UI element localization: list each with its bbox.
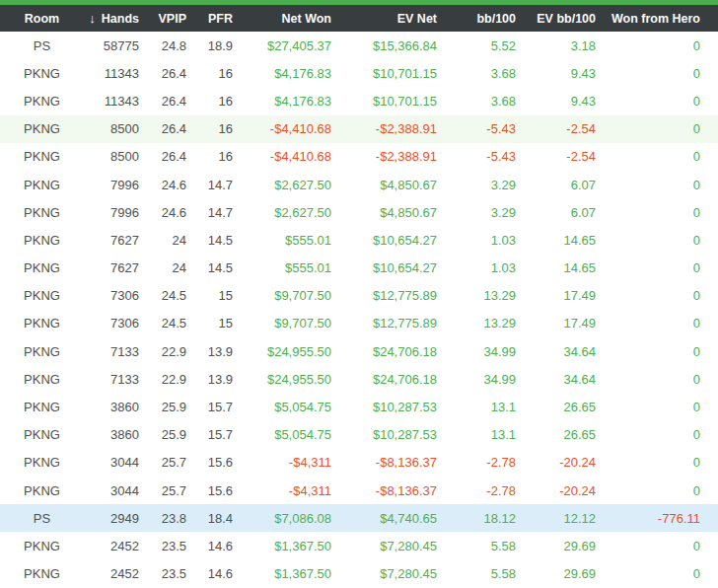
cell-net-won: $2,627.50 — [240, 205, 338, 220]
cell-room: PKNG — [0, 344, 84, 359]
cell-pfr: 14.5 — [193, 260, 240, 275]
cell-hands: 3860 — [84, 427, 146, 442]
cell-vpip: 23.8 — [146, 511, 193, 526]
table-row[interactable]: PKNG799624.614.7$2,627.50$4,850.673.296.… — [0, 171, 718, 198]
cell-ev-bb-100: -2.54 — [523, 121, 603, 136]
table-row[interactable]: PKNG386025.915.7$5,054.75$10,287.5313.12… — [0, 393, 718, 420]
cell-room: PKNG — [0, 400, 84, 414]
cell-won-from-hero: 0 — [603, 288, 718, 303]
cell-hands: 8500 — [84, 149, 146, 164]
table-row[interactable]: PKNG850026.416-$4,410.68-$2,388.91-5.43-… — [0, 115, 718, 143]
cell-hands: 7306 — [84, 288, 146, 303]
cell-ev-bb-100: 17.49 — [523, 288, 603, 303]
cell-ev-net: $10,287.53 — [338, 427, 444, 442]
cell-vpip: 24.5 — [146, 316, 193, 331]
cell-pfr: 15.7 — [193, 427, 240, 442]
cell-ev-bb-100: 6.07 — [523, 205, 603, 220]
table-row[interactable]: PKNG386025.915.7$5,054.75$10,287.5313.12… — [0, 421, 718, 449]
column-header-room[interactable]: Room — [0, 12, 84, 26]
table-row[interactable]: PKNG799624.614.7$2,627.50$4,850.673.296.… — [0, 198, 718, 226]
table-row[interactable]: PKNG245223.514.6$1,367.50$7,280.455.5829… — [0, 560, 718, 588]
cell-ev-net: $12,775.89 — [338, 288, 444, 303]
column-header-ev-net[interactable]: EV Net — [338, 12, 444, 26]
cell-bb-100: 5.58 — [444, 539, 523, 553]
cell-ev-net: $24,706.18 — [338, 344, 444, 359]
cell-net-won: $555.01 — [240, 233, 338, 248]
table-row[interactable]: PKNG304425.715.6-$4,311-$8,136.37-2.78-2… — [0, 477, 718, 504]
table-row[interactable]: PS5877524.818.9$27,405.37$15,366.845.523… — [0, 32, 718, 59]
cell-room: PS — [0, 38, 84, 53]
cell-won-from-hero: -776.11 — [603, 511, 718, 526]
cell-bb-100: 3.29 — [444, 205, 523, 220]
table-row[interactable]: PKNG713322.913.9$24,955.50$24,706.1834.9… — [0, 365, 718, 393]
cell-ev-net: $10,701.15 — [338, 94, 444, 109]
cell-won-from-hero: 0 — [603, 66, 718, 81]
cell-room: PKNG — [0, 94, 84, 109]
cell-room: PKNG — [0, 66, 84, 81]
cell-room: PKNG — [0, 455, 84, 470]
cell-hands: 3044 — [84, 455, 146, 470]
table-row[interactable]: PKNG850026.416-$4,410.68-$2,388.91-5.43-… — [0, 143, 718, 171]
cell-bb-100: 34.99 — [444, 372, 523, 387]
cell-bb-100: 13.1 — [444, 400, 523, 414]
cell-pfr: 14.6 — [193, 566, 240, 581]
table-row[interactable]: PKNG713322.913.9$24,955.50$24,706.1834.9… — [0, 337, 718, 365]
cell-net-won: $555.01 — [240, 260, 338, 275]
cell-pfr: 15 — [193, 316, 240, 331]
cell-room: PKNG — [0, 233, 84, 248]
cell-vpip: 25.9 — [146, 400, 193, 414]
cell-won-from-hero: 0 — [603, 149, 718, 164]
table-row[interactable]: PS294923.818.4$7,086.08$4,740.6518.1212.… — [0, 504, 718, 532]
cell-ev-bb-100: 12.12 — [523, 511, 603, 526]
column-header-hands[interactable]: ↓Hands — [84, 11, 146, 26]
cell-bb-100: -2.78 — [444, 455, 523, 470]
table-row[interactable]: PKNG76272414.5$555.01$10,654.271.0314.65… — [0, 255, 718, 282]
table-row[interactable]: PKNG730624.515$9,707.50$12,775.8913.2917… — [0, 310, 718, 337]
cell-hands: 7627 — [84, 233, 146, 248]
cell-bb-100: 18.12 — [444, 511, 523, 526]
table-body: PS5877524.818.9$27,405.37$15,366.845.523… — [0, 32, 718, 588]
cell-ev-net: $7,280.45 — [338, 566, 444, 581]
column-header-pfr[interactable]: PFR — [193, 12, 240, 26]
column-header-ev-bb-100[interactable]: EV bb/100 — [523, 12, 603, 26]
cell-net-won: $7,086.08 — [240, 511, 338, 526]
cell-bb-100: 3.68 — [444, 66, 523, 81]
cell-ev-bb-100: -2.54 — [523, 149, 603, 164]
cell-ev-net: $4,850.67 — [338, 205, 444, 220]
cell-room: PKNG — [0, 288, 84, 303]
cell-ev-bb-100: 34.64 — [523, 344, 603, 359]
cell-hands: 7627 — [84, 260, 146, 275]
cell-net-won: -$4,311 — [240, 455, 338, 470]
table-row[interactable]: PKNG1134326.416$4,176.83$10,701.153.689.… — [0, 87, 718, 114]
column-header-bb-100[interactable]: bb/100 — [444, 12, 523, 26]
cell-vpip: 26.4 — [146, 94, 193, 109]
cell-pfr: 18.9 — [193, 38, 240, 53]
cell-ev-net: $4,740.65 — [338, 511, 444, 526]
table-row[interactable]: PKNG245223.514.6$1,367.50$7,280.455.5829… — [0, 532, 718, 559]
table-row[interactable]: PKNG730624.515$9,707.50$12,775.8913.2917… — [0, 282, 718, 310]
cell-won-from-hero: 0 — [603, 400, 718, 414]
column-header-net-won[interactable]: Net Won — [240, 12, 338, 26]
table-row[interactable]: PKNG304425.715.6-$4,311-$8,136.37-2.78-2… — [0, 449, 718, 477]
cell-pfr: 14.5 — [193, 233, 240, 248]
table-row[interactable]: PKNG76272414.5$555.01$10,654.271.0314.65… — [0, 226, 718, 254]
cell-room: PKNG — [0, 427, 84, 442]
cell-net-won: $1,367.50 — [240, 539, 338, 553]
column-header-won-from-hero[interactable]: Won from Hero — [603, 12, 718, 26]
column-header-vpip[interactable]: VPIP — [146, 12, 193, 26]
sort-descending-icon: ↓ — [89, 11, 96, 26]
cell-pfr: 16 — [193, 149, 240, 164]
cell-ev-bb-100: 9.43 — [523, 94, 603, 109]
cell-net-won: $9,707.50 — [240, 288, 338, 303]
cell-ev-bb-100: 29.69 — [523, 539, 603, 553]
cell-net-won: -$4,410.68 — [240, 121, 338, 136]
table-row[interactable]: PKNG1134326.416$4,176.83$10,701.153.689.… — [0, 59, 718, 87]
cell-ev-net: $24,706.18 — [338, 372, 444, 387]
cell-hands: 7133 — [84, 344, 146, 359]
cell-hands: 8500 — [84, 121, 146, 136]
cell-net-won: $5,054.75 — [240, 427, 338, 442]
table-header: Room↓HandsVPIPPFRNet WonEV Netbb/100EV b… — [0, 5, 718, 32]
cell-won-from-hero: 0 — [603, 38, 718, 53]
cell-pfr: 13.9 — [193, 344, 240, 359]
cell-hands: 7306 — [84, 316, 146, 331]
